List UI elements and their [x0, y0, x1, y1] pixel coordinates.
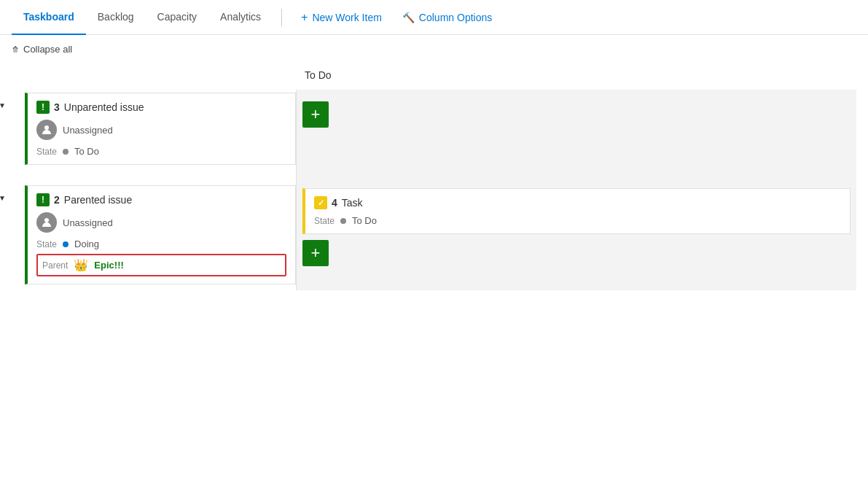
task-state-row: State To Do	[314, 215, 841, 226]
task-title-row: 4 Task	[314, 196, 841, 209]
task-state-dot	[340, 218, 346, 224]
nav-bar: Taskboard Backlog Capacity Analytics + N…	[0, 0, 868, 35]
work-item-card-3: 3 Unparented issue Unassigned	[25, 93, 296, 165]
state-dot	[63, 149, 69, 155]
tab-capacity[interactable]: Capacity	[146, 0, 208, 35]
parent-name: Epic!!!	[94, 260, 123, 271]
new-work-item-button[interactable]: + New Work Item	[291, 6, 392, 29]
assignee-row-2: Unassigned	[36, 212, 286, 233]
avatar-2	[36, 212, 57, 233]
row1-right-panel: +	[296, 90, 856, 171]
parent-row: Parent 👑 Epic!!!	[36, 254, 286, 276]
row2-right-panel: 4 Task State To Do +	[296, 182, 856, 290]
plus-icon-2: +	[311, 244, 321, 263]
section-gap	[12, 171, 296, 182]
row1-left-panel: ▼ 3 Unparented issue	[12, 90, 296, 171]
issue-icon	[36, 101, 50, 114]
item-title-row: 3 Unparented issue	[36, 101, 286, 114]
state-row: State To Do	[36, 146, 286, 157]
row1-collapse-arrow[interactable]: ▼	[0, 101, 6, 109]
column-headers: To Do	[12, 63, 856, 87]
crown-icon: 👑	[74, 258, 88, 272]
left-col-header	[12, 63, 296, 87]
state-row-2: State Doing	[36, 238, 286, 249]
add-item-button-row1[interactable]: +	[302, 101, 329, 128]
row2-left-panel: ▼ 2 Parented issue	[12, 182, 296, 290]
column-options-button[interactable]: 🔨 Column Options	[392, 6, 502, 29]
item-title-row: 2 Parented issue	[36, 193, 286, 206]
collapse-icon: ⤊	[12, 44, 19, 55]
work-item-card-2: 2 Parented issue Unassigned St	[25, 185, 296, 284]
nav-divider	[281, 9, 282, 26]
plus-icon: +	[301, 11, 308, 24]
tab-analytics[interactable]: Analytics	[208, 0, 273, 35]
svg-point-1	[44, 218, 49, 222]
avatar	[36, 120, 57, 140]
todo-col-header: To Do	[296, 63, 856, 87]
plus-icon: +	[311, 105, 321, 124]
section-gap-right	[296, 171, 856, 182]
main-content: ⤊ Collapse all To Do ▼ 3 Unparented issu…	[0, 35, 868, 299]
task-card-4: 4 Task State To Do	[302, 188, 851, 234]
add-item-button-row2[interactable]: +	[302, 240, 329, 266]
tab-backlog[interactable]: Backlog	[86, 0, 146, 35]
state-dot-doing	[63, 241, 69, 247]
assignee-row: Unassigned	[36, 120, 286, 140]
board: ▼ 3 Unparented issue	[12, 90, 856, 290]
collapse-all-button[interactable]: ⤊ Collapse all	[12, 44, 856, 55]
issue-icon-2	[36, 193, 50, 206]
task-icon	[314, 196, 327, 209]
tab-taskboard[interactable]: Taskboard	[12, 0, 86, 35]
row2-collapse-arrow[interactable]: ▼	[0, 194, 6, 202]
svg-point-0	[44, 125, 49, 130]
wrench-icon: 🔨	[402, 12, 415, 23]
